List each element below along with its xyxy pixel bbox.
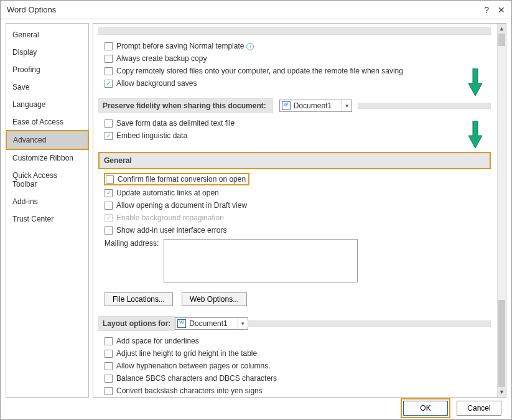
label-yen: Convert backslash characters into yen si…: [116, 386, 263, 395]
label-addin-errors: Show add-in user interface errors: [116, 226, 226, 235]
dialog-footer: OK Cancel: [1, 397, 511, 419]
vertical-scrollbar[interactable]: ▲ ▼: [497, 24, 506, 397]
sidebar-item-display[interactable]: Display: [6, 44, 88, 61]
label-form-data: Save form data as delimited text file: [116, 119, 235, 128]
label-underline-space: Add space for underlines: [116, 337, 199, 345]
label-confirm-conversion: Confirm file format conversion on open: [118, 175, 246, 184]
annotation-arrow-icon: [467, 121, 483, 150]
annotation-arrow-icon: [467, 68, 483, 98]
section-header-general: General: [100, 153, 490, 168]
scroll-down-arrow[interactable]: ▼: [498, 387, 506, 397]
word-doc-icon: [282, 101, 291, 110]
confirm-conversion-highlight: Confirm file format conversion on open: [104, 173, 249, 185]
label-draft-view: Allow opening a document in Draft view: [116, 201, 247, 210]
partial-section-header: [98, 27, 491, 35]
label-backup: Always create backup copy: [116, 54, 207, 63]
label-sbcs-dbcs: Balance SBCS characters and DBCS charact…: [116, 374, 277, 383]
checkbox-form-data[interactable]: [105, 119, 113, 128]
sidebar-item-ease-of-access[interactable]: Ease of Access: [6, 113, 88, 131]
chevron-down-icon: ▼: [342, 100, 351, 111]
checkbox-underline-space[interactable]: [105, 337, 113, 345]
section-header-fidelity: Preserve fidelity when sharing this docu…: [98, 98, 273, 113]
label-hyphenation: Allow hyphenation between pages or colum…: [116, 362, 271, 370]
checkbox-bg-repagination: [105, 214, 113, 222]
options-main-pane: Prompt before saving Normal templatei Al…: [93, 23, 506, 398]
sidebar-item-trust-center[interactable]: Trust Center: [6, 210, 88, 228]
checkbox-update-links[interactable]: [105, 189, 113, 197]
scroll-up-arrow[interactable]: ▲: [498, 24, 506, 34]
sidebar-item-language[interactable]: Language: [6, 96, 88, 113]
sidebar-item-customize-ribbon[interactable]: Customize Ribbon: [6, 149, 88, 167]
sidebar-item-advanced[interactable]: Advanced: [6, 131, 88, 149]
checkbox-bg-saves[interactable]: [105, 80, 113, 88]
sidebar-item-proofing[interactable]: Proofing: [6, 61, 88, 78]
checkbox-sbcs-dbcs[interactable]: [105, 375, 113, 383]
label-update-links: Update automatic links at open: [116, 189, 219, 197]
layout-doc-text: Document1: [188, 319, 237, 328]
close-icon[interactable]: ✕: [498, 5, 505, 15]
ok-button[interactable]: OK: [403, 401, 448, 416]
checkbox-prompt-normal[interactable]: [105, 42, 113, 50]
titlebar: Word Options ? ✕: [1, 1, 511, 19]
fidelity-doc-text: Document1: [292, 101, 342, 110]
info-icon[interactable]: i: [246, 43, 254, 50]
checkbox-draft-view[interactable]: [105, 202, 113, 210]
file-locations-button[interactable]: File Locations...: [105, 292, 173, 306]
checkbox-addin-errors[interactable]: [105, 226, 113, 235]
sidebar-item-quick-access[interactable]: Quick Access Toolbar: [6, 167, 88, 193]
section-header-layout: Layout options for:: [98, 316, 175, 331]
label-prompt-normal: Prompt before saving Normal templatei: [116, 42, 254, 50]
layout-document-selector[interactable]: Document1 ▼: [175, 317, 248, 330]
mailing-address-textarea[interactable]: [164, 239, 358, 282]
label-line-height: Adjust line height to grid height in the…: [116, 349, 257, 358]
label-bg-saves: Allow background saves: [116, 79, 197, 88]
sidebar-item-save[interactable]: Save: [6, 78, 88, 96]
word-doc-icon: [177, 319, 186, 328]
options-sidebar: General Display Proofing Save Language E…: [6, 23, 89, 398]
checkbox-hyphenation[interactable]: [105, 362, 113, 370]
checkbox-yen[interactable]: [105, 387, 113, 395]
fidelity-document-selector[interactable]: Document1 ▼: [279, 100, 352, 112]
scroll-thumb-lower[interactable]: [498, 300, 505, 387]
label-embed-linguistic: Embed linguistic data: [116, 131, 187, 140]
checkbox-confirm-conversion[interactable]: [106, 175, 114, 184]
checkbox-remote-copy[interactable]: [105, 67, 113, 75]
section-general-highlight: General: [98, 152, 491, 169]
scroll-thumb[interactable]: [498, 34, 505, 46]
label-bg-repagination: Enable background repagination: [116, 213, 224, 222]
checkbox-line-height[interactable]: [105, 350, 113, 358]
checkbox-embed-linguistic[interactable]: [105, 132, 113, 140]
cancel-button[interactable]: Cancel: [457, 401, 501, 416]
chevron-down-icon: ▼: [238, 318, 248, 329]
ok-button-highlight: OK: [401, 398, 450, 418]
sidebar-item-addins[interactable]: Add-ins: [6, 193, 88, 210]
dialog-title: Word Options: [7, 5, 484, 14]
web-options-button[interactable]: Web Options...: [182, 292, 247, 306]
label-mailing-address: Mailing address:: [105, 239, 159, 248]
sidebar-item-general[interactable]: General: [6, 26, 88, 44]
label-remote-copy: Copy remotely stored files onto your com…: [116, 67, 403, 75]
help-icon[interactable]: ?: [484, 5, 489, 15]
checkbox-backup[interactable]: [105, 55, 113, 63]
